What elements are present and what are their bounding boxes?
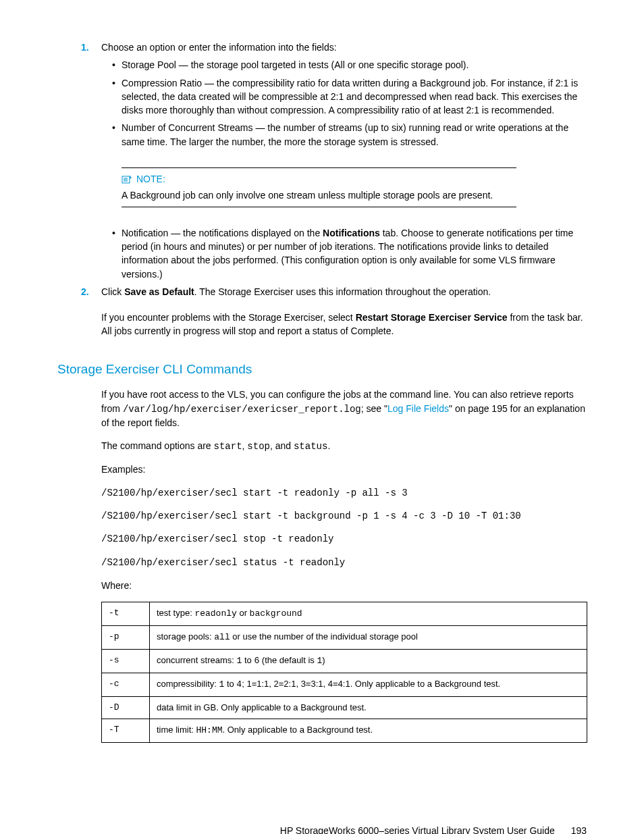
- flag-cell: -p: [102, 626, 150, 650]
- note-callout: NOTE: A Background job can only involve …: [122, 161, 516, 214]
- troubleshoot-paragraph: If you encounter problems with the Stora…: [101, 311, 587, 338]
- examples-label: Examples:: [101, 463, 587, 476]
- options-list: Storage Pool — the storage pool targeted…: [101, 58, 587, 149]
- step-1: 1. Choose an option or enter the informa…: [101, 41, 587, 281]
- rule: [122, 167, 516, 168]
- page-footer: HP StorageWorks 6000–series Virtual Libr…: [57, 824, 587, 834]
- note-heading: NOTE:: [122, 172, 516, 186]
- flag-cell: -t: [102, 602, 150, 626]
- note-icon: [122, 174, 132, 184]
- example-command-4: /S2100/hp/exerciser/secl status -t reado…: [101, 556, 587, 569]
- desc-cell: storage pools: all or use the number of …: [150, 626, 587, 650]
- desc-cell: compressibility: 1 to 4; 1=1:1, 2=2:1, 3…: [150, 673, 587, 696]
- flag-cell: -T: [102, 719, 150, 743]
- command-options-paragraph: The command options are start, stop, and…: [101, 439, 587, 453]
- step-number: 1.: [81, 41, 89, 54]
- options-table: -t test type: readonly or background -p …: [101, 602, 587, 743]
- option-notification: Notification — the notifications display…: [122, 226, 587, 281]
- step-text: Choose an option or enter the informatio…: [101, 42, 337, 53]
- option-concurrent-streams: Number of Concurrent Streams — the numbe…: [122, 121, 587, 149]
- desc-cell: concurrent streams: 1 to 6 (the default …: [150, 649, 587, 673]
- option-storage-pool: Storage Pool — the storage pool targeted…: [122, 58, 587, 72]
- step-number: 2.: [81, 285, 89, 298]
- flag-cell: -s: [102, 649, 150, 673]
- cli-intro-paragraph: If you have root access to the VLS, you …: [101, 388, 587, 429]
- step-2: 2. Click Save as Default. The Storage Ex…: [101, 285, 587, 298]
- table-row: -s concurrent streams: 1 to 6 (the defau…: [102, 649, 587, 673]
- desc-cell: time limit: HH:MM. Only applicable to a …: [150, 719, 587, 743]
- footer-title: HP StorageWorks 6000–series Virtual Libr…: [280, 825, 555, 834]
- table-row: -p storage pools: all or use the number …: [102, 626, 587, 650]
- section-heading-cli: Storage Exerciser CLI Commands: [57, 360, 587, 379]
- table-row: -t test type: readonly or background: [102, 602, 587, 626]
- flag-cell: -c: [102, 673, 150, 696]
- desc-cell: test type: readonly or background: [150, 602, 587, 626]
- desc-cell: data limit in GB. Only applicable to a B…: [150, 696, 587, 719]
- table-row: -D data limit in GB. Only applicable to …: [102, 696, 587, 719]
- ordered-steps-list: 1. Choose an option or enter the informa…: [57, 41, 587, 298]
- option-compression-ratio: Compression Ratio — the compressibility …: [122, 76, 587, 118]
- note-body: A Background job can only involve one st…: [122, 188, 516, 202]
- options-list-continued: Notification — the notifications display…: [101, 226, 587, 281]
- page-number: 193: [571, 825, 587, 834]
- rule: [122, 207, 516, 207]
- note-label: NOTE:: [136, 172, 165, 186]
- table-row: -T time limit: HH:MM. Only applicable to…: [102, 719, 587, 743]
- example-command-1: /S2100/hp/exerciser/secl start -t readon…: [101, 486, 587, 500]
- table-row: -c compressibility: 1 to 4; 1=1:1, 2=2:1…: [102, 673, 587, 696]
- example-command-2: /S2100/hp/exerciser/secl start -t backgr…: [101, 509, 587, 523]
- example-command-3: /S2100/hp/exerciser/secl stop -t readonl…: [101, 532, 587, 546]
- log-file-fields-link[interactable]: Log File Fields: [387, 403, 449, 414]
- flag-cell: -D: [102, 696, 150, 719]
- where-label: Where:: [101, 579, 587, 592]
